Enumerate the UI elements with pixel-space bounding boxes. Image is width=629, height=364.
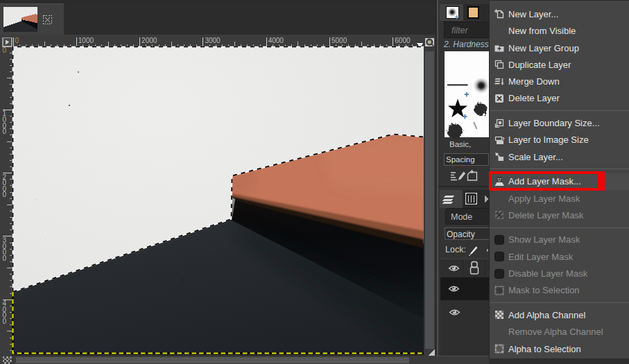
svg-text:5000: 5000 [331,37,347,44]
svg-text:0: 0 [3,46,7,54]
svg-text:Basic,: Basic, [449,140,471,148]
svg-text:Lock:: Lock: [445,245,466,254]
svg-text:0: 0 [15,37,19,44]
svg-text:2000: 2000 [141,37,157,44]
svg-text:0: 0 [3,128,7,135]
svg-text:0: 0 [3,318,7,325]
svg-text:Opacity: Opacity [447,229,475,239]
svg-text:6000: 6000 [395,37,411,44]
svg-text:0: 0 [3,254,7,262]
svg-text:1000: 1000 [78,37,94,44]
svg-text:3000: 3000 [205,37,221,44]
svg-text:4000: 4000 [268,37,284,44]
svg-text:Spacing: Spacing [446,155,475,164]
svg-text:filter: filter [451,26,468,35]
svg-text:0: 0 [3,191,7,198]
svg-text:Mode: Mode [451,212,472,222]
